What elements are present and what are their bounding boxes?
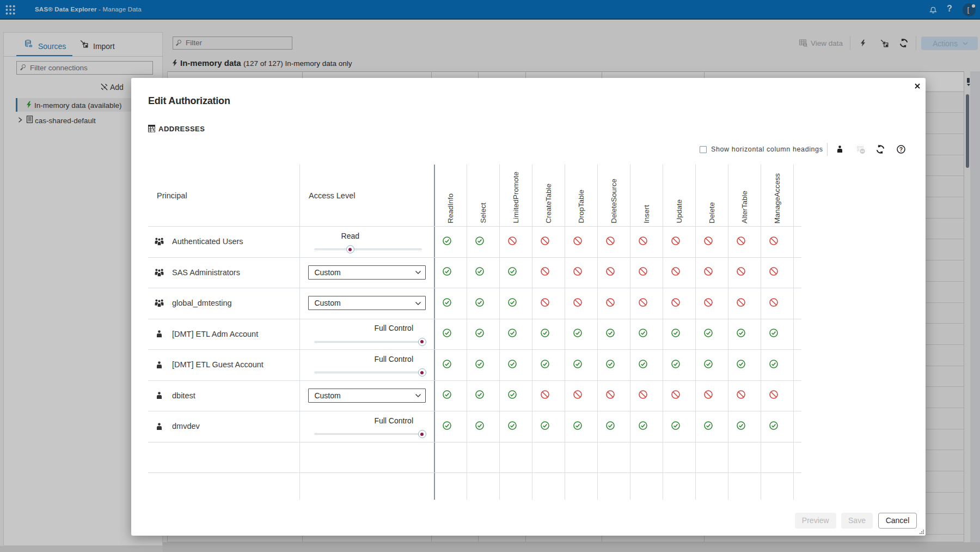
- svg-text:?: ?: [899, 146, 903, 153]
